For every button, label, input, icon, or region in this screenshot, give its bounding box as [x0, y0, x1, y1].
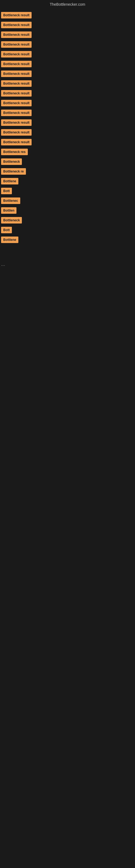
bottleneck-result-label: Bottleneck result — [1, 31, 32, 38]
list-item[interactable]: Bottleneck result — [0, 79, 135, 88]
list-item[interactable]: Bottleneck result — [0, 50, 135, 59]
list-item[interactable]: Bott — [0, 186, 135, 196]
list-item[interactable]: Bottleneck res — [0, 147, 135, 157]
bottleneck-result-label: Bottleneck result — [1, 90, 32, 97]
list-item[interactable]: Bottleneck result — [0, 98, 135, 108]
bottleneck-result-label: Bottleneck result — [1, 70, 32, 77]
bottleneck-result-label: Bottleneck result — [1, 119, 32, 126]
bottleneck-result-label: Bottleneck result — [1, 129, 32, 135]
bottleneck-result-label: Bott — [1, 227, 12, 233]
list-item[interactable]: Bottleneck result — [0, 127, 135, 137]
list-item[interactable]: Bottlene — [0, 176, 135, 186]
bottleneck-result-label: Bottleneck re — [1, 168, 26, 175]
bottleneck-result-label: Bottleneck result — [1, 110, 32, 116]
bottleneck-result-label: Bottlen — [1, 207, 16, 214]
bottleneck-result-label: Bottleneck result — [1, 22, 32, 28]
list-item[interactable]: Bott — [0, 225, 135, 235]
bottleneck-result-label: Bottlene — [1, 237, 18, 243]
bottleneck-result-label: Bottleneck result — [1, 139, 32, 145]
list-item[interactable]: Bottlene — [0, 235, 135, 245]
header: TheBottlenecker.com — [0, 0, 135, 10]
bottleneck-result-label: Bottleneck result — [1, 61, 32, 67]
site-title: TheBottlenecker.com — [50, 2, 85, 6]
list-item[interactable]: Bottlen — [0, 206, 135, 215]
list-item[interactable]: Bottleneck result — [0, 137, 135, 147]
bottleneck-result-label: Bottleneck result — [1, 51, 32, 58]
list-item[interactable]: Bottleneck — [0, 157, 135, 166]
bottleneck-result-label: Bottleneck — [1, 217, 22, 223]
bottleneck-result-label: Bottlenec — [1, 197, 20, 204]
bottleneck-result-label: Bottleneck result — [1, 80, 32, 87]
ellipsis-marker: ... — [1, 261, 5, 267]
list-item[interactable]: Bottleneck result — [0, 40, 135, 50]
bottleneck-result-label: Bott — [1, 188, 12, 194]
bottleneck-result-label: Bottleneck result — [1, 41, 32, 48]
list-item[interactable]: Bottleneck result — [0, 20, 135, 30]
list-item[interactable]: Bottleneck result — [0, 69, 135, 79]
list-item[interactable]: Bottleneck result — [0, 30, 135, 40]
list-item[interactable]: Bottleneck result — [0, 108, 135, 118]
list-item[interactable]: Bottleneck result — [0, 88, 135, 98]
list-item[interactable]: Bottleneck result — [0, 118, 135, 127]
bottleneck-result-label: Bottlene — [1, 178, 18, 184]
bottleneck-result-label: Bottleneck result — [1, 12, 32, 19]
list-item[interactable]: Bottlenec — [0, 196, 135, 206]
ellipsis-section: ... — [0, 245, 135, 273]
list-item[interactable]: Bottleneck — [0, 215, 135, 225]
bottleneck-result-label: Bottleneck result — [1, 100, 32, 106]
bottleneck-list: Bottleneck resultBottleneck resultBottle… — [0, 10, 135, 245]
list-item[interactable]: Bottleneck re — [0, 166, 135, 176]
list-item[interactable]: Bottleneck result — [0, 10, 135, 20]
bottleneck-result-label: Bottleneck res — [1, 149, 28, 155]
bottleneck-result-label: Bottleneck — [1, 158, 22, 165]
list-item[interactable]: Bottleneck result — [0, 59, 135, 69]
